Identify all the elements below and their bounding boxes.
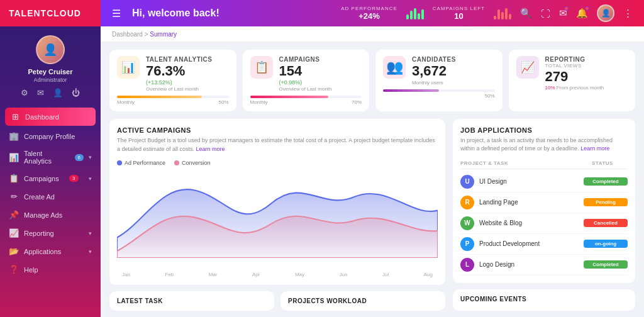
- ad-performance-label: AD PERFORMANCE: [341, 6, 397, 11]
- sidebar-item-label: Company Profile: [24, 133, 75, 140]
- bar: [406, 14, 409, 19]
- more-options-icon[interactable]: ⋮: [623, 8, 633, 19]
- sidebar-item-manage-ads[interactable]: 📌 Manage Ads: [0, 206, 101, 224]
- active-campaigns-desc: The Project Budget is a tool used by pro…: [117, 136, 438, 153]
- sidebar-item-company-profile[interactable]: 🏢 Company Profile: [0, 127, 101, 145]
- job-row-name-product-dev: Product Development: [479, 240, 584, 247]
- job-row-name-landing-page: Landing Page: [479, 199, 584, 206]
- job-applications-card: JOB APPLICATIONS In project, a task is a…: [453, 119, 635, 282]
- chart-x-axis: Jan Feb Mar Apr May Jun Jul Aug: [117, 272, 438, 277]
- ad-performance-metric: AD PERFORMANCE +24%: [341, 6, 397, 21]
- bottom-row: LATEST TASK PROJECTS WORKLOAD: [109, 291, 445, 311]
- job-row-icon-r: R: [460, 196, 474, 209]
- table-header: PROJECT & TASK STATUS: [460, 158, 628, 169]
- topbar: ☰ Hi, welcome back! AD PERFORMANCE +24% …: [101, 0, 644, 26]
- logo-text: TALENTCLOUD: [9, 8, 81, 18]
- stat-icon-reporting: 📈: [516, 56, 539, 79]
- col-project-task: PROJECT & TASK: [460, 160, 577, 166]
- stat-change-analytics: (+13.52%): [146, 79, 212, 86]
- job-row-product-dev[interactable]: P Product Development on-going: [460, 234, 628, 255]
- chevron-icon: ▾: [89, 175, 92, 182]
- sidebar-item-reporting[interactable]: 📈 Reporting ▾: [0, 224, 101, 242]
- stat-title-campaigns: CAMPAIGNS: [279, 56, 332, 63]
- profile-icon[interactable]: 👤: [53, 88, 63, 97]
- upcoming-events-title: UPCOMING EVENTS: [460, 296, 628, 303]
- job-row-icon-l: L: [460, 258, 474, 272]
- notif-badge: [585, 6, 589, 11]
- sidebar-item-label: Create Ad: [24, 193, 55, 201]
- status-badge-landing-page: Pending: [584, 198, 628, 206]
- mail-icon[interactable]: ✉: [559, 8, 567, 19]
- job-row-website-blog[interactable]: W Website & Blog Cancelled: [460, 213, 628, 234]
- main-content: ☰ Hi, welcome back! AD PERFORMANCE +24% …: [101, 0, 644, 317]
- applications-icon: 📂: [9, 247, 19, 256]
- search-icon[interactable]: 🔍: [520, 8, 532, 19]
- sidebar-item-label: Applications: [24, 248, 61, 255]
- left-column: ACTIVE CAMPAIGNS The Project Budget is a…: [109, 119, 445, 311]
- sidebar-item-talent-analytics[interactable]: 📊 Talent Analytics 6 ▾: [0, 145, 101, 169]
- topbar-avatar[interactable]: 👤: [597, 4, 614, 22]
- campaigns-left-metric: CAMPAIGNS LEFT 10: [433, 6, 485, 21]
- bar: [494, 16, 496, 19]
- job-row-icon-u: U: [460, 175, 474, 189]
- user-profile-section: 👤 Petey Cruiser Administrator ⚙ ✉ 👤 ⏻: [0, 26, 101, 104]
- message-icon[interactable]: ✉: [37, 88, 44, 97]
- settings-icon[interactable]: ⚙: [21, 88, 28, 97]
- stat-icon-candidates: 👥: [383, 56, 406, 79]
- progress-fill-candidates: [383, 89, 439, 92]
- navigation: ⊞ Dashboard 🏢 Company Profile 📊 Talent A…: [0, 104, 101, 317]
- stat-card-reporting: 📈 REPORTING TOTAL VIEWS 279 10% From pre…: [509, 50, 636, 111]
- notification-icon[interactable]: 🔔: [576, 8, 588, 19]
- bar: [505, 8, 508, 19]
- logout-icon[interactable]: ⏻: [72, 88, 80, 97]
- stat-title-analytics: TALENT ANALYTICS: [146, 56, 212, 63]
- sidebar-item-help[interactable]: ❓ Help: [0, 260, 101, 279]
- sidebar-item-applications[interactable]: 📂 Applications ▾: [0, 242, 101, 260]
- area-chart: [117, 170, 438, 258]
- chevron-icon: ▾: [89, 248, 92, 255]
- avatar: 👤: [36, 35, 65, 64]
- legend-dot-blue: [117, 160, 122, 165]
- status-badge-website-blog: Cancelled: [584, 219, 628, 227]
- ad-performance-chart: [406, 7, 424, 19]
- breadcrumb: Dashboard > Summary: [112, 31, 633, 38]
- learn-more-link[interactable]: Learn more: [196, 146, 225, 152]
- menu-icon[interactable]: ☰: [112, 8, 121, 19]
- bar: [509, 14, 511, 19]
- sidebar: TALENTCLOUD 👤 Petey Cruiser Administrato…: [0, 0, 101, 317]
- stat-card-talent-analytics: 📊 TALENT ANALYTICS 76.3% (+13.52%) Overv…: [109, 50, 236, 111]
- status-badge-product-dev: on-going: [584, 240, 628, 248]
- sidebar-item-label: Manage Ads: [24, 211, 62, 219]
- sidebar-item-label: Talent Analytics: [24, 150, 70, 165]
- stat-title-reporting: REPORTING: [545, 56, 604, 63]
- sidebar-item-campaigns[interactable]: 📋 Campaigns 3 ▾: [0, 169, 101, 187]
- progress-fill-analytics: [117, 96, 202, 98]
- job-row-icon-p: P: [460, 237, 474, 251]
- sidebar-item-label: Campaigns: [24, 175, 59, 182]
- job-row-ui-design[interactable]: U UI Design Completed: [460, 172, 628, 192]
- talent-badge: 6: [75, 154, 84, 161]
- job-learn-more-link[interactable]: Learn more: [580, 145, 609, 152]
- fullscreen-icon[interactable]: ⛶: [541, 8, 550, 19]
- topbar-right: AD PERFORMANCE +24% CAMPAIGNS LEFT 10: [341, 4, 633, 22]
- stat-icon-campaigns: 📋: [250, 56, 273, 79]
- stat-change-campaigns: (+0.98%): [279, 79, 332, 86]
- active-campaigns-title: ACTIVE CAMPAIGNS: [117, 126, 438, 134]
- bar: [501, 12, 504, 19]
- job-row-logo-design[interactable]: L Logo Design Completed: [460, 255, 628, 275]
- stat-cards: 📊 TALENT ANALYTICS 76.3% (+13.52%) Overv…: [109, 50, 635, 111]
- analytics-icon: 📊: [9, 153, 19, 162]
- stat-card-campaigns: 📋 CAMPAIGNS 154 (+0.98%) Overview of Las…: [243, 50, 370, 111]
- job-row-landing-page[interactable]: R Landing Page Pending: [460, 192, 628, 213]
- topbar-greeting: Hi, welcome back!: [126, 8, 336, 19]
- ad-performance-value: +24%: [358, 11, 380, 21]
- bar: [497, 9, 500, 19]
- campaigns-left-value: 10: [454, 11, 463, 21]
- stat-value-reporting: 279: [545, 69, 604, 85]
- sidebar-item-dashboard[interactable]: ⊞ Dashboard: [5, 108, 96, 126]
- subheader: Dashboard > Summary: [101, 26, 644, 42]
- chart-area: [117, 170, 438, 270]
- bar: [418, 13, 420, 19]
- sidebar-item-create-ad[interactable]: ✏ Create Ad: [0, 187, 101, 206]
- job-row-name-website-blog: Website & Blog: [479, 220, 584, 226]
